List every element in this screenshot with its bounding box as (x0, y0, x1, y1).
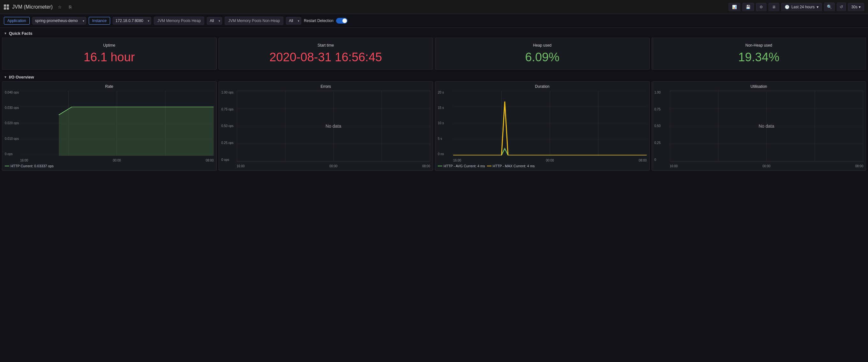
grid-icon[interactable] (4, 4, 9, 9)
errors-chart-inner: No data (237, 91, 431, 161)
errors-chart-area: 1.00 ops 0.75 ops 0.50 ops 0.25 ops 0 op… (221, 91, 431, 168)
restart-detection-toggle[interactable] (336, 18, 347, 24)
non-heap-used-card-value: 19.34% (738, 51, 779, 64)
utilisation-x-labels: 16:00 00:00 08:00 (670, 164, 864, 168)
rate-x-labels: 16:00 00:00 08:00 (20, 159, 214, 162)
tv-icon: 🖥 (772, 5, 776, 9)
heap-used-card-title: Heap used (533, 43, 552, 48)
duration-chart-inner (453, 91, 647, 156)
refresh-button[interactable]: ↺ (837, 3, 846, 11)
application-select[interactable]: spring-prometheus-demo (32, 17, 86, 25)
uptime-card-value: 16.1 hour (84, 51, 135, 64)
rate-chart-legend: HTTP Current: 0.03337 ops (5, 162, 214, 168)
quick-facts-header[interactable]: ▼ Quick Facts (0, 28, 868, 38)
application-label: Application (4, 17, 30, 25)
heap-select-wrap: All (207, 17, 222, 25)
errors-chart-title: Errors (221, 84, 431, 89)
start-time-card-value: 2020-08-31 16:56:45 (269, 51, 382, 64)
io-overview-chevron: ▼ (4, 76, 7, 79)
rate-chart-inner (20, 91, 214, 156)
duration-legend-avg-dash (438, 166, 442, 166)
utilisation-chart-inner: No data (670, 91, 864, 161)
restart-detection-label: Restart Detection (304, 19, 334, 23)
errors-y-labels: 1.00 ops 0.75 ops 0.50 ops 0.25 ops 0 op… (221, 91, 237, 161)
duration-legend-max: HTTP - MAX Current: 4 ms (487, 164, 535, 168)
rate-chart-area: 0.040 ops 0.030 ops 0.020 ops 0.010 ops … (5, 91, 214, 162)
time-range-button[interactable]: 🕐 Last 24 hours ▾ (781, 3, 822, 11)
non-heap-used-card-title: Non-Heap used (745, 43, 772, 48)
top-bar-right: 📊 💾 ⚙ 🖥 🕐 Last 24 hours ▾ 🔍 ↺ 30s ▾ (728, 3, 864, 11)
restart-detection-toggle-wrap: Restart Detection (304, 18, 347, 24)
settings-button[interactable]: ⚙ (756, 3, 767, 11)
duration-legend-avg: HTTP - AVG Current: 4 ms (438, 164, 485, 168)
duration-chart-card: Duration 20 s 15 s 10 s 5 s 0 ns (435, 82, 650, 171)
jvm-heap-button[interactable]: JVM Memory Pools Heap (154, 17, 204, 25)
duration-chart-area: 20 s 15 s 10 s 5 s 0 ns (438, 91, 647, 162)
duration-chart-title: Duration (438, 84, 647, 89)
top-bar: JVM (Micrometer) ☆ ⎘ 📊 💾 ⚙ 🖥 🕐 Last 24 h… (0, 0, 868, 14)
interval-chevron: ▾ (859, 5, 861, 9)
duration-legend-avg-text: HTTP - AVG Current: 4 ms (443, 164, 485, 168)
time-range-label: Last 24 hours (792, 5, 815, 9)
top-bar-left: JVM (Micrometer) ☆ ⎘ (4, 3, 73, 11)
start-time-card-title: Start time (317, 43, 334, 48)
rate-y-labels: 0.040 ops 0.030 ops 0.020 ops 0.010 ops … (5, 91, 20, 156)
gear-icon: ⚙ (760, 5, 763, 9)
application-select-wrap: spring-prometheus-demo (32, 17, 86, 25)
io-overview-header[interactable]: ▼ I/O Overview (0, 71, 868, 82)
rate-legend-http: HTTP Current: 0.03337 ops (5, 164, 54, 168)
duration-legend-max-text: HTTP - MAX Current: 4 ms (493, 164, 535, 168)
chevron-down-icon: ▾ (817, 5, 818, 9)
jvm-non-heap-label: JVM Memory Pools Non-Heap (228, 19, 280, 23)
jvm-heap-label: JVM Memory Pools Heap (157, 19, 201, 23)
uptime-card-title: Uptime (103, 43, 115, 48)
instance-select[interactable]: 172.18.0.7:8080 (113, 17, 151, 25)
uptime-card: Uptime 16.1 hour (2, 38, 217, 69)
bar-chart-icon: 📊 (732, 5, 737, 9)
duration-y-labels: 20 s 15 s 10 s 5 s 0 ns (438, 91, 453, 156)
instance-label: Instance (89, 17, 110, 25)
non-heap-select-wrap: All (286, 17, 301, 25)
rate-legend-text: HTTP Current: 0.03337 ops (10, 164, 54, 168)
interval-label: 30s (851, 5, 858, 9)
errors-x-labels: 16:00 00:00 08:00 (237, 164, 431, 168)
heap-select[interactable]: All (207, 17, 222, 25)
instance-select-wrap: 172.18.0.7:8080 (113, 17, 151, 25)
utilisation-chart-card: Utilisation 1.00 0.75 0.50 0.25 0 (652, 82, 866, 171)
non-heap-select[interactable]: All (286, 17, 301, 25)
quick-facts-chevron: ▼ (4, 32, 7, 35)
utilisation-chart-title: Utilisation (654, 84, 864, 89)
filter-bar: Application spring-prometheus-demo Insta… (0, 14, 868, 28)
heap-used-card-value: 6.09% (525, 51, 559, 64)
add-panel-button[interactable]: 📊 (728, 3, 740, 11)
errors-chart-card: Errors 1.00 ops 0.75 ops 0.50 ops 0.25 o… (219, 82, 433, 171)
rate-chart-title: Rate (5, 84, 214, 89)
share-button[interactable]: ⎘ (67, 3, 73, 11)
quick-facts-title: Quick Facts (9, 31, 33, 36)
io-overview-charts: Rate 0.040 ops 0.030 ops 0.020 ops 0.010… (0, 82, 868, 173)
save-icon: 💾 (746, 5, 750, 9)
zoom-out-button[interactable]: 🔍 (824, 3, 835, 11)
svg-marker-8 (59, 107, 214, 156)
interval-button[interactable]: 30s ▾ (848, 3, 864, 11)
dashboard-title: JVM (Micrometer) (12, 4, 53, 10)
utilisation-no-data: No data (758, 124, 774, 129)
star-button[interactable]: ☆ (56, 3, 64, 11)
jvm-non-heap-button[interactable]: JVM Memory Pools Non-Heap (225, 17, 283, 25)
io-overview-title: I/O Overview (9, 75, 34, 80)
duration-x-labels: 16:00 00:00 08:00 (453, 159, 647, 162)
utilisation-chart-area: 1.00 0.75 0.50 0.25 0 No data (654, 91, 864, 168)
heap-used-card: Heap used 6.09% (435, 38, 650, 69)
start-time-card: Start time 2020-08-31 16:56:45 (219, 38, 433, 69)
duration-legend-max-dash (487, 166, 491, 166)
tv-mode-button[interactable]: 🖥 (769, 3, 779, 11)
quick-facts-cards: Uptime 16.1 hour Start time 2020-08-31 1… (0, 38, 868, 71)
rate-legend-dash (5, 166, 9, 166)
save-button[interactable]: 💾 (742, 3, 754, 11)
errors-no-data: No data (326, 124, 341, 129)
rate-chart-card: Rate 0.040 ops 0.030 ops 0.020 ops 0.010… (2, 82, 217, 171)
rate-chart-svg (20, 91, 214, 156)
duration-chart-svg (453, 91, 647, 156)
clock-icon: 🕐 (785, 5, 789, 9)
duration-chart-legend: HTTP - AVG Current: 4 ms HTTP - MAX Curr… (438, 162, 647, 168)
